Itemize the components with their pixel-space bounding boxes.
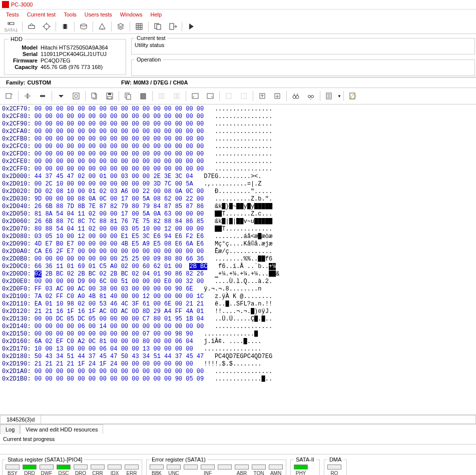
hex-tool-1[interactable] (2, 90, 16, 102)
reg-idx: IDX (108, 464, 122, 475)
reg-indicator (150, 464, 164, 470)
hex-tool-up[interactable] (255, 90, 269, 102)
capacity-label: Capacity (9, 64, 38, 70)
copy-icon[interactable] (151, 20, 165, 32)
hex-tool-6[interactable] (155, 90, 169, 102)
triangle-icon[interactable] (95, 20, 109, 32)
hex-tool-2[interactable] (21, 90, 35, 102)
reg-bsy: BSY (6, 464, 20, 475)
error-register-fieldset: Error register (SATA1) BBKUNCINFABRTONAM… (146, 456, 286, 475)
hex-tool-7[interactable] (170, 90, 184, 102)
reg-label: DRQ (75, 470, 86, 475)
hex-tool-11[interactable] (237, 90, 251, 102)
disk-icon[interactable] (77, 20, 91, 32)
reg-label: AMN (270, 470, 281, 475)
sata-indicator[interactable]: SATA1 (2, 20, 20, 32)
capacity-value: 465.76 GB (976 773 168) (38, 64, 103, 70)
reg-bbk: BBK (150, 464, 164, 475)
save-icon[interactable] (103, 90, 117, 102)
hdd-legend: HDD (9, 36, 25, 42)
menu-windows[interactable]: Windows (116, 10, 147, 18)
hex-editor[interactable]: 0x2CF70: 00 00 00 00 00 00 00 00 00 00 0… (0, 104, 476, 414)
reg-indicator (184, 464, 198, 470)
reg-indicator (108, 464, 122, 470)
dma-legend: DMA (327, 456, 343, 462)
reg-label: ERR (126, 470, 137, 475)
paste-icon[interactable] (136, 90, 150, 102)
tab-view-edit[interactable]: View and edit HDD resources (20, 424, 103, 434)
copy-icon-2[interactable] (121, 90, 135, 102)
svg-rect-20 (127, 94, 131, 100)
tab-log[interactable]: Log (0, 424, 20, 434)
sr-legend: Status register (SATA1)-[PIO4] (6, 456, 84, 462)
reg-indicator (23, 464, 37, 470)
reg-indicator (57, 464, 71, 470)
svg-point-3 (44, 24, 49, 29)
grid-icon[interactable] (132, 20, 146, 32)
svg-rect-1 (9, 23, 10, 24)
menu-current-test[interactable]: Current test (23, 10, 60, 18)
hex-tool-4[interactable] (69, 90, 83, 102)
menu-tests[interactable]: Tests (2, 10, 23, 18)
menu-users-tests[interactable]: Users tests (81, 10, 116, 18)
family-row: Family: CUSTOM FW: M0M3 / D7EG / CH0A (0, 78, 476, 88)
layers-icon[interactable] (114, 20, 128, 32)
play-icon[interactable] (184, 20, 198, 32)
exit-icon[interactable] (166, 20, 180, 32)
utility-status: Utility status (135, 42, 471, 48)
current-test-fieldset: Current test Utility status (131, 35, 475, 54)
reg-indicator (269, 464, 283, 470)
hex-tool-8[interactable] (188, 90, 202, 102)
reg-label: TON (254, 470, 264, 475)
reg-crr: CRR (91, 464, 105, 475)
reg-indicator (167, 464, 181, 470)
hex-tool-10[interactable] (222, 90, 236, 102)
reg-label: IDX (111, 470, 119, 475)
fw-value: M0M3 / D7EG / CH0A (134, 80, 188, 86)
reg-indicator (294, 464, 308, 470)
svg-point-34 (308, 96, 311, 98)
app-title: PC-3000 (11, 2, 33, 8)
reg-label: RQ (330, 470, 338, 475)
svg-rect-11 (6, 94, 11, 98)
svg-rect-23 (162, 94, 164, 98)
hex-tool-9[interactable] (203, 90, 217, 102)
chip-icon[interactable] (58, 20, 72, 32)
reg-amn: AMN (269, 464, 283, 475)
hex-tool-dropdown[interactable] (54, 90, 68, 102)
serial-label: Serial (9, 51, 38, 57)
svg-rect-25 (177, 94, 179, 98)
svg-rect-28 (226, 94, 231, 98)
bottom-tabs: Log View and edit HDD resources (0, 424, 476, 434)
hex-tool-12[interactable] (322, 90, 336, 102)
menu-help[interactable]: Help (146, 10, 166, 18)
family-label: Family: (6, 80, 26, 86)
operation-fieldset: Operation (131, 56, 475, 76)
fw-label: FW: (121, 80, 132, 86)
svg-rect-12 (40, 95, 45, 97)
svg-rect-0 (8, 22, 14, 24)
tool-icon-1[interactable] (25, 20, 39, 32)
svg-point-5 (81, 24, 87, 26)
serial-value: 110911PCK404GLJ1UTUJ (38, 51, 107, 57)
hex-tool-3[interactable] (36, 90, 50, 102)
tool-icon-2[interactable] (40, 20, 54, 32)
hex-tab-1[interactable]: 184526(3)d (0, 415, 41, 424)
sata-fieldset: SATA-II PHY (290, 456, 320, 475)
svg-point-14 (75, 94, 78, 98)
reg-indicator (201, 464, 215, 470)
reg-label: CRR (92, 470, 103, 475)
hex-tool-down[interactable] (270, 90, 284, 102)
hex-tool-5[interactable] (88, 90, 102, 102)
reg-abr: ABR (235, 464, 249, 475)
reg-indicator (91, 464, 105, 470)
edit-icon[interactable] (346, 90, 360, 102)
reg-label: PHY (296, 470, 306, 475)
reg-dsc: DSC (57, 464, 71, 475)
binoculars-next-icon[interactable] (304, 90, 318, 102)
binoculars-icon[interactable] (289, 90, 303, 102)
menu-tools[interactable]: Tools (60, 10, 81, 18)
progress-label: Current test progress (0, 434, 476, 444)
svg-rect-26 (192, 94, 198, 98)
svg-rect-21 (141, 94, 146, 99)
